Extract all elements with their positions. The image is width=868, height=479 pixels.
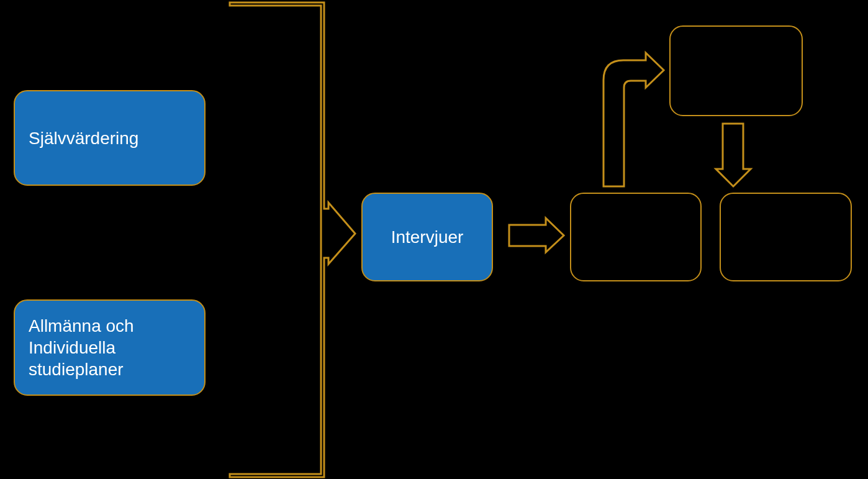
node-empty-main (570, 193, 702, 281)
arrow-interviews-to-main (509, 218, 564, 252)
node-empty-right (720, 193, 852, 281)
label-line2: Individuella (29, 337, 115, 358)
arrow-main-to-top (604, 53, 664, 186)
label-line1: Allmänna och (29, 315, 134, 337)
node-study-plans: Allmänna och Individuella studieplaner (14, 299, 206, 396)
label-line3: studieplaner (29, 358, 124, 380)
bracket-arrow (230, 2, 355, 477)
node-self-assessment: Självvärdering (14, 90, 206, 186)
node-interviews: Intervjuer (361, 193, 493, 281)
label: Självvärdering (29, 127, 138, 149)
label: Intervjuer (391, 226, 464, 248)
node-empty-top (669, 25, 803, 116)
arrow-top-to-right (716, 124, 751, 186)
